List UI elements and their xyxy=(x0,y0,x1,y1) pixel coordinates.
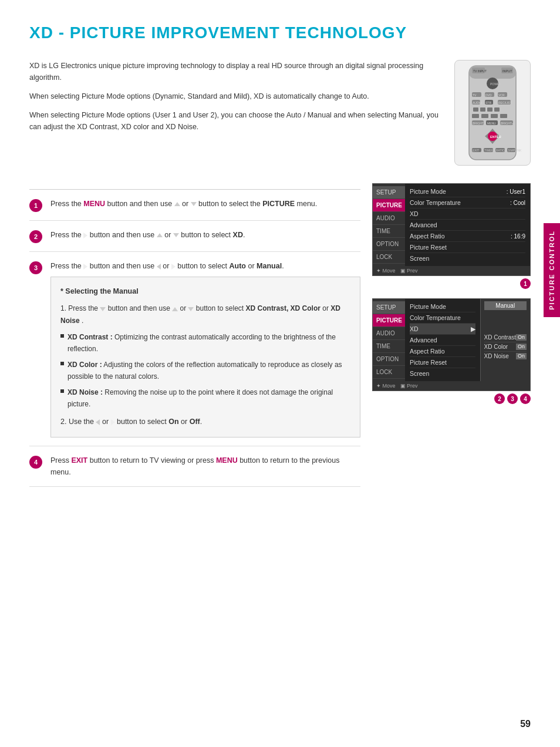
menu-sidebar-option-1: OPTION xyxy=(373,238,405,251)
menu-sidebar-picture-1: PICTURE xyxy=(373,199,405,212)
svg-text:TV INPUT: TV INPUT xyxy=(473,69,487,73)
svg-text:STB: STB xyxy=(485,101,491,105)
svg-rect-20 xyxy=(473,107,478,112)
step-badge-2: 2 xyxy=(494,393,505,404)
menu-footer-2: ✦ Move ▣ Prev xyxy=(373,381,530,391)
sidebar-label-text: PICTURE CONTROL xyxy=(548,230,555,310)
menu-row-picture-reset: Picture Reset xyxy=(410,242,525,253)
menu-label-advanced: Advanced xyxy=(410,221,437,228)
menu-sidebar-audio-1: AUDIO xyxy=(373,212,405,225)
menu-footer-prev: ▣ Prev xyxy=(400,268,418,274)
menu-content-1: Picture Mode : User1 Color Temperature :… xyxy=(405,184,530,266)
intro-text: XD is LG Electronics unique picture impr… xyxy=(29,60,443,166)
menu-label-2-color-temp: Color Temperature xyxy=(410,314,461,321)
menu-submenu: Manual XD Contrast On XD Color On xyxy=(480,299,530,381)
step-3-left-arrow xyxy=(157,264,161,270)
menu-sidebar-option-2: OPTION xyxy=(373,353,405,366)
manual-box-title: * Selecting the Manual xyxy=(60,285,350,298)
bullet-square-1 xyxy=(60,334,64,338)
menu-row-advanced: Advanced xyxy=(410,220,525,231)
step-2-down-arrow xyxy=(173,233,179,237)
menu-label-2-screen: Screen xyxy=(410,370,429,377)
svg-rect-21 xyxy=(480,107,485,112)
step-4-content: Press EXIT button to return to TV viewin… xyxy=(50,455,360,478)
page-title: XD - PICTURE IMPROVEMENT TECHNOLOGY xyxy=(29,23,531,42)
step-2: 2 Press the button and then use or butto… xyxy=(29,221,360,252)
svg-text:REC/LIST: REC/LIST xyxy=(498,101,512,105)
menu-value-picture-mode: : User1 xyxy=(507,189,525,195)
menu-panel-2-inner: SETUP PICTURE AUDIO TIME OPTION LOCK Pic… xyxy=(373,299,530,381)
manual-up-arrow xyxy=(172,307,178,311)
svg-text:BRIGHT+: BRIGHT+ xyxy=(501,122,514,125)
bullet-text-1: XD Contrast : Optimizing the contrast au… xyxy=(68,331,350,355)
svg-rect-24 xyxy=(472,114,479,118)
step-badge-3: 3 xyxy=(507,393,518,404)
menu-sidebar-setup-1: SETUP xyxy=(373,186,405,199)
submenu-xd-color: XD Color On xyxy=(484,342,527,352)
menu-panel-1: SETUP PICTURE AUDIO TIME OPTION LOCK Pic… xyxy=(372,183,531,276)
menu-value-color-temp: : Cool xyxy=(510,200,525,206)
menu-footer-1: ✦ Move ▣ Prev xyxy=(373,266,530,275)
menu-sidebar-1: SETUP PICTURE AUDIO TIME OPTION LOCK xyxy=(373,184,405,266)
submenu-label-contrast: XD Contrast xyxy=(484,334,516,341)
menu-footer-2-move: ✦ Move xyxy=(376,383,396,389)
menu-sidebar-2: SETUP PICTURE AUDIO TIME OPTION LOCK xyxy=(373,299,405,381)
menu-label-aspect: Aspect Ratio xyxy=(410,233,445,240)
svg-text:TIMER: TIMER xyxy=(484,149,494,152)
menu-label-2-aspect: Aspect Ratio xyxy=(410,348,445,355)
bullet-xd-color: XD Color : Adjusting the colors of the r… xyxy=(60,359,350,383)
menu-row-2-advanced: Advanced xyxy=(410,335,475,346)
step-2-right-arrow xyxy=(83,233,87,238)
menu-label-xd: XD xyxy=(410,210,419,217)
menu-row-xd: XD xyxy=(410,208,525,220)
step-2-number: 2 xyxy=(29,230,42,243)
sidebar-label: PICTURE CONTROL xyxy=(544,223,560,317)
menu-label-picture-reset: Picture Reset xyxy=(410,244,447,251)
menu-footer-2-prev: ▣ Prev xyxy=(400,383,418,389)
menu-row-2-aspect: Aspect Ratio xyxy=(410,346,475,357)
manual-xd-contrast: XD Contrast, XD Color xyxy=(246,304,321,312)
menu-row-2-color-temp: Color Temperature xyxy=(410,312,475,324)
svg-rect-27 xyxy=(500,114,507,118)
submenu-label-noise: XD Noise xyxy=(484,353,509,359)
step-4-number: 4 xyxy=(29,456,42,469)
menu-row-2-picture-reset: Picture Reset xyxy=(410,357,475,368)
menu-footer-move: ✦ Move xyxy=(376,268,396,274)
svg-text:AUDIO: AUDIO xyxy=(473,101,482,105)
left-column: 1 Press the MENU button and then use or … xyxy=(29,177,372,487)
steps-container: 1 Press the MENU button and then use or … xyxy=(29,189,360,487)
svg-text:POWER: POWER xyxy=(490,82,501,86)
svg-text:MENU: MENU xyxy=(487,122,496,125)
svg-text:VCR: VCR xyxy=(498,93,505,97)
step-badge-4: 4 xyxy=(520,393,531,404)
step-4-exit: EXIT xyxy=(71,456,87,465)
menu-value-aspect: : 16:9 xyxy=(511,233,525,240)
menu-panel-2: SETUP PICTURE AUDIO TIME OPTION LOCK Pic… xyxy=(372,298,531,391)
step-3-manual: Manual xyxy=(257,262,282,270)
svg-text:EXIT: EXIT xyxy=(473,149,479,152)
step-badge-row-234: 2 3 4 xyxy=(372,393,531,404)
step2-on-off: 2. Use the or button to select On or Off… xyxy=(60,416,350,428)
manual-step1-text: 1. Press the button and then use or butt… xyxy=(60,302,350,327)
step-3-number: 3 xyxy=(29,261,42,274)
menu-row-picture-mode: Picture Mode : User1 xyxy=(410,186,525,197)
menu-row-aspect: Aspect Ratio : 16:9 xyxy=(410,231,525,242)
step-3-right-arrow xyxy=(83,264,87,270)
manual-down-arrow xyxy=(100,307,106,311)
bullet-xd-noise: XD Noise : Removing the noise up to the … xyxy=(60,386,350,410)
manual-label: Manual xyxy=(484,301,527,310)
step-1: 1 Press the MENU button and then use or … xyxy=(29,190,360,221)
step-3-auto: Auto xyxy=(230,262,246,270)
submenu-value-noise: On xyxy=(516,353,527,359)
svg-rect-26 xyxy=(491,114,498,118)
svg-text:SIMPLINK: SIMPLINK xyxy=(508,149,522,152)
svg-text:ENTER: ENTER xyxy=(490,135,501,139)
svg-text:RATIO: RATIO xyxy=(496,149,505,152)
menu-row-2-screen: Screen xyxy=(410,368,475,379)
remote-svg: TV INPUT INPUT POWER TV DVD VCR AUDIO ST… xyxy=(460,63,525,163)
step-2-up-arrow xyxy=(157,233,163,237)
menu-row-2-xd: XD ▶ xyxy=(410,324,475,335)
submenu-value-color: On xyxy=(516,344,527,350)
intro-para1: XD is LG Electronics unique picture impr… xyxy=(29,60,443,83)
step-badge-row-1: 1 xyxy=(372,278,531,289)
